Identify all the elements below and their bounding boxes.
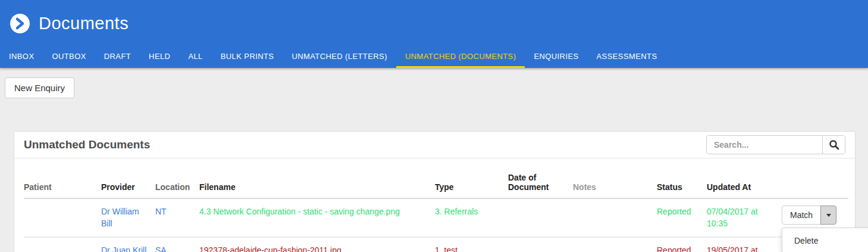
tab-outbox[interactable]: OUTBOX xyxy=(43,46,95,68)
match-button[interactable]: Match xyxy=(782,206,821,225)
search-icon xyxy=(829,139,839,150)
panel-header: Unmatched Documents xyxy=(14,132,855,158)
cell-updated-at: 19/05/2017 at xyxy=(707,237,782,252)
search-input[interactable] xyxy=(707,136,822,154)
tab-bulk-prints[interactable]: BULK PRINTS xyxy=(212,46,283,68)
cell-type: 1. test xyxy=(435,237,508,252)
cell-status: Reported xyxy=(657,198,707,237)
cell-date-of-document xyxy=(508,237,573,252)
chevron-right-circle-icon[interactable] xyxy=(10,14,30,33)
tab-bar: INBOX OUTBOX DRAFT HELD ALL BULK PRINTS … xyxy=(0,46,868,68)
page-title: Documents xyxy=(39,14,129,33)
column-header-location: Location xyxy=(155,158,199,198)
column-header-updated-at: Updated At xyxy=(707,158,782,198)
chevron-down-icon xyxy=(826,214,831,217)
column-header-notes: Notes xyxy=(573,158,657,198)
cell-date-of-document xyxy=(508,198,573,237)
cell-notes xyxy=(573,198,657,237)
new-enquiry-button[interactable]: New Enquiry xyxy=(5,77,74,98)
tab-all[interactable]: ALL xyxy=(179,46,211,68)
cell-location-link[interactable]: SA xyxy=(155,237,199,252)
table-header-row: Patient Provider Location Filename Type … xyxy=(24,158,848,198)
column-header-provider: Provider xyxy=(101,158,155,198)
delete-menu-item[interactable]: Delete xyxy=(782,231,868,250)
tab-assessments[interactable]: ASSESSMENTS xyxy=(588,46,666,68)
match-dropdown-menu: Delete xyxy=(782,228,868,252)
cell-patient xyxy=(24,198,101,237)
cell-actions: Match Delete xyxy=(782,198,848,237)
tab-inbox[interactable]: INBOX xyxy=(0,46,43,68)
cell-filename: 192378-adelaide-cup-fashion-2011.jpg xyxy=(199,237,435,252)
tab-unmatched-documents[interactable]: UNMATCHED (DOCUMENTS) xyxy=(396,46,525,68)
cell-notes xyxy=(573,237,657,252)
search-group xyxy=(706,135,845,154)
unmatched-documents-table: Patient Provider Location Filename Type … xyxy=(24,158,848,252)
cell-location-link[interactable]: NT xyxy=(155,198,199,237)
app-bar: Documents xyxy=(0,0,868,46)
column-header-date-of-document: Date of Document xyxy=(508,158,573,198)
tab-held[interactable]: HELD xyxy=(140,46,179,68)
cell-filename: 4.3 Network Configuration - static - sav… xyxy=(199,198,435,237)
cell-status: Reported xyxy=(657,237,707,252)
cell-type: 3. Referrals xyxy=(435,198,508,237)
unmatched-documents-panel: Unmatched Documents xyxy=(14,131,856,252)
tab-draft[interactable]: DRAFT xyxy=(95,46,140,68)
cell-patient xyxy=(24,237,101,252)
column-header-type: Type xyxy=(435,158,508,198)
column-header-filename: Filename xyxy=(199,158,435,198)
table-row: Dr William Bill NT 4.3 Network Configura… xyxy=(24,198,848,237)
tab-enquiries[interactable]: ENQUIRIES xyxy=(525,46,587,68)
cell-provider-link[interactable]: Dr Juan Krill xyxy=(101,237,155,252)
table-row: Dr Juan Krill SA 192378-adelaide-cup-fas… xyxy=(24,237,848,252)
cell-provider-link[interactable]: Dr William Bill xyxy=(101,198,155,237)
column-header-patient: Patient xyxy=(24,158,101,198)
search-button[interactable] xyxy=(822,136,845,154)
match-dropdown-toggle[interactable] xyxy=(820,206,836,225)
match-split-button: Match xyxy=(782,206,836,225)
table-wrap: Patient Provider Location Filename Type … xyxy=(14,158,855,252)
column-header-actions xyxy=(782,158,848,198)
column-header-status: Status xyxy=(657,158,707,198)
tab-unmatched-letters[interactable]: UNMATCHED (LETTERS) xyxy=(283,46,396,68)
cell-updated-at: 07/04/2017 at 10:35 xyxy=(707,198,782,237)
panel-title: Unmatched Documents xyxy=(24,138,150,151)
